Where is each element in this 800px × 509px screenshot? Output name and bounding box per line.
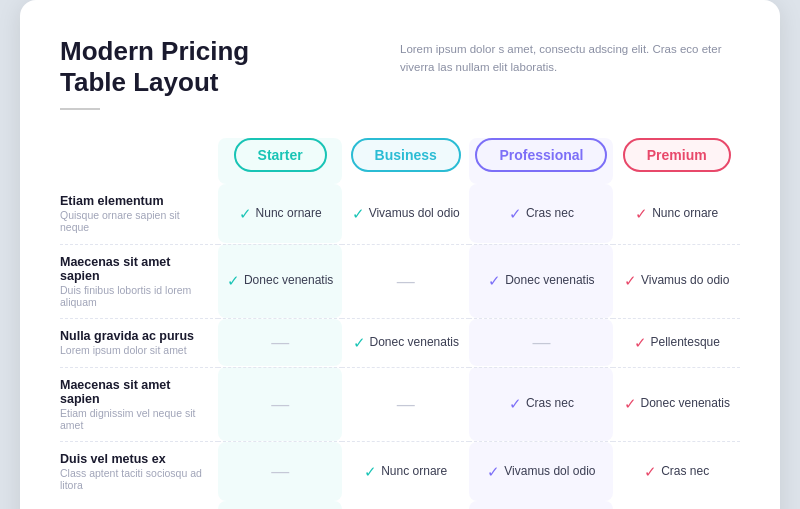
feature-value-cell: ✓Nunc ornare <box>613 184 740 243</box>
table-row: Maecenas sit amet sapien Etiam dignissim… <box>60 367 740 441</box>
check-icon: ✓ <box>239 205 252 222</box>
title-divider <box>60 108 100 110</box>
feature-sub: Class aptent taciti sociosqu ad litora <box>60 467 206 501</box>
feature-name: Etiam elementum <box>60 184 206 209</box>
feature-value-cell: ✓Donec venenatis <box>469 244 613 318</box>
feature-value-cell: ✓Donec venenatis <box>613 367 740 441</box>
dash-icon: — <box>532 332 550 352</box>
feature-value-cell: — <box>342 244 469 318</box>
pricing-table: Starter Business Professional Premium Et… <box>60 138 740 509</box>
check-icon: ✓ <box>635 205 648 222</box>
feature-name: Maecenas sit amet sapien <box>60 245 206 284</box>
feature-value-cell: ✓Cras nec <box>469 367 613 441</box>
feature-value-cell: ✓Donec venenatis <box>218 244 342 318</box>
feature-name: Maecenas sit amet sapien <box>60 368 206 407</box>
feature-label-cell: Maecenas sit amet sapien Duis finibus lo… <box>60 244 218 318</box>
table-row: Duis vel metus ex Class aptent taciti so… <box>60 442 740 502</box>
check-icon: ✓ <box>624 272 637 289</box>
check-icon: ✓ <box>634 334 647 351</box>
plan-badge-starter: Starter <box>234 138 327 172</box>
feature-label-cell: Nulla gravida ac purus Lorem ipsum dolor… <box>60 319 218 367</box>
plan-badge-premium: Premium <box>623 138 731 172</box>
feature-name: Duis vel metus ex <box>60 442 206 467</box>
dash-icon: — <box>271 394 289 414</box>
feature-sub: Quisque ornare sapien sit neque <box>60 209 206 243</box>
plan-badge-professional: Professional <box>475 138 607 172</box>
check-icon: ✓ <box>487 463 500 480</box>
feature-value-cell: — <box>342 367 469 441</box>
check-icon: ✓ <box>353 334 366 351</box>
table-row: Nulla gravida ac purus Lorem ipsum dolor… <box>60 319 740 367</box>
feature-label-cell: Duis vel metus ex Class aptent taciti so… <box>60 442 218 502</box>
check-icon: ✓ <box>644 463 657 480</box>
feature-value-cell: — <box>218 319 342 367</box>
price-business[interactable]: $49 per month <box>342 501 469 509</box>
feature-sub: Lorem ipsum dolor sit amet <box>60 344 206 366</box>
plan-header-premium: Premium <box>613 138 740 184</box>
plan-badge-business: Business <box>351 138 461 172</box>
feature-value-cell: — <box>469 319 613 367</box>
plan-header-professional: Professional <box>469 138 613 184</box>
pricing-card: Modern Pricing Table Layout Lorem ipsum … <box>20 0 780 509</box>
feature-value-cell: ✓Vivamus dol odio <box>469 442 613 502</box>
page-description: Lorem ipsum dolor s amet, consectu adsci… <box>400 36 740 77</box>
plan-header-business: Business <box>342 138 469 184</box>
feature-value-cell: ✓Donec venenatis <box>342 319 469 367</box>
page-title: Modern Pricing Table Layout <box>60 36 249 98</box>
dash-icon: — <box>271 332 289 352</box>
feature-value-cell: ✓Nunc ornare <box>218 184 342 243</box>
feature-name: Nulla gravida ac purus <box>60 319 206 344</box>
check-icon: ✓ <box>227 272 240 289</box>
feature-label-cell: Etiam elementum Quisque ornare sapien si… <box>60 184 218 243</box>
feature-value-cell: ✓Vivamus dol odio <box>342 184 469 243</box>
feature-value-cell: ✓Vivamus do odio <box>613 244 740 318</box>
check-icon: ✓ <box>624 395 637 412</box>
plan-header-starter: Starter <box>218 138 342 184</box>
price-professional[interactable]: $89 per month <box>469 501 613 509</box>
check-icon: ✓ <box>509 205 522 222</box>
dash-icon: — <box>271 461 289 481</box>
feature-value-cell: ✓Cras nec <box>469 184 613 243</box>
feature-sub: Duis finibus lobortis id lorem aliquam <box>60 284 206 318</box>
dash-icon: — <box>397 394 415 414</box>
feature-value-cell: ✓Cras nec <box>613 442 740 502</box>
feature-value-cell: — <box>218 367 342 441</box>
table-row: Maecenas sit amet sapien Duis finibus lo… <box>60 244 740 318</box>
price-premium[interactable]: $120 per month <box>613 501 740 509</box>
feature-value-cell: — <box>218 442 342 502</box>
check-icon: ✓ <box>509 395 522 412</box>
feature-sub: Etiam dignissim vel neque sit amet <box>60 407 206 441</box>
dash-icon: — <box>397 271 415 291</box>
price-starter[interactable]: Free per month <box>218 501 342 509</box>
feature-value-cell: ✓Pellentesque <box>613 319 740 367</box>
feature-label-cell: Maecenas sit amet sapien Etiam dignissim… <box>60 367 218 441</box>
check-icon: ✓ <box>364 463 377 480</box>
check-icon: ✓ <box>352 205 365 222</box>
top-section: Modern Pricing Table Layout Lorem ipsum … <box>60 36 740 110</box>
table-row: Etiam elementum Quisque ornare sapien si… <box>60 184 740 243</box>
check-icon: ✓ <box>488 272 501 289</box>
title-block: Modern Pricing Table Layout <box>60 36 249 110</box>
feature-value-cell: ✓Nunc ornare <box>342 442 469 502</box>
